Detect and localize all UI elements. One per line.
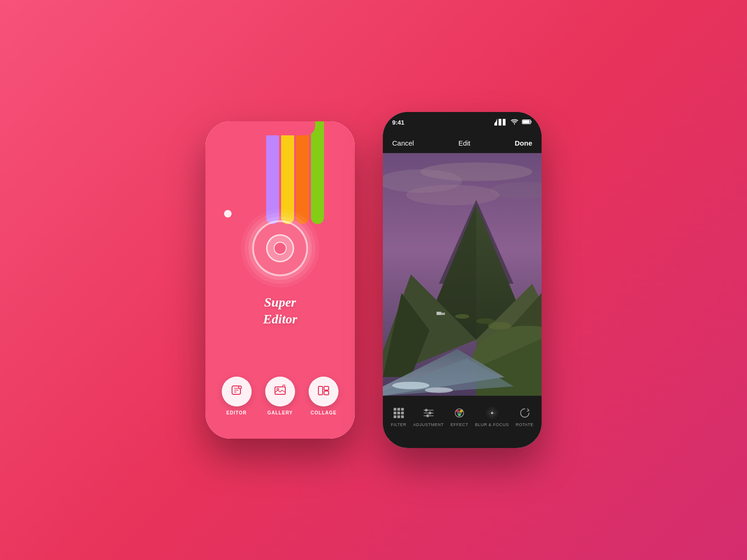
toolbar-blur-focus[interactable]: BLUR & FOCUS <box>475 406 509 427</box>
svg-point-52 <box>425 409 428 412</box>
svg-rect-38 <box>441 313 445 315</box>
svg-point-35 <box>392 382 430 389</box>
toolbar-filter[interactable]: FILTER <box>391 406 406 427</box>
svg-point-59 <box>456 410 459 413</box>
svg-point-20 <box>420 162 532 181</box>
filter-icon <box>392 406 405 420</box>
svg-point-36 <box>425 387 453 393</box>
svg-rect-13 <box>324 386 329 390</box>
svg-point-41 <box>488 322 511 329</box>
collage-circle[interactable] <box>309 377 338 406</box>
app-name: Super Editor <box>263 294 297 328</box>
svg-rect-49 <box>397 415 400 418</box>
svg-rect-50 <box>401 415 404 418</box>
notch-editor <box>427 112 497 126</box>
svg-rect-45 <box>394 412 396 414</box>
notch-home <box>245 121 315 135</box>
toolbar-rotate[interactable]: ROTATE <box>516 406 534 427</box>
adjustment-icon <box>422 406 435 420</box>
svg-rect-17 <box>523 120 530 124</box>
logo-area <box>252 210 308 276</box>
svg-rect-47 <box>401 412 404 414</box>
small-dot <box>224 210 232 217</box>
app-name-line1: Super <box>264 295 296 309</box>
status-time: 9:41 <box>392 119 404 126</box>
svg-rect-7 <box>275 387 285 394</box>
stripe-green <box>311 121 324 224</box>
lens-inner <box>266 234 294 262</box>
gallery-circle[interactable] <box>265 377 295 406</box>
svg-point-62 <box>491 412 493 414</box>
gallery-icon <box>274 384 287 399</box>
phone-home: Super Editor <box>205 121 355 439</box>
menu-item-editor[interactable]: EDITOR <box>222 377 252 415</box>
editor-topbar: Cancel Edit Done <box>383 133 542 153</box>
app-name-line2: Editor <box>263 312 297 326</box>
done-button[interactable]: Done <box>515 139 533 147</box>
filter-label: FILTER <box>391 422 406 427</box>
svg-point-39 <box>455 314 469 319</box>
menu-item-collage[interactable]: COLLAGE <box>309 377 338 415</box>
svg-point-61 <box>458 413 461 416</box>
svg-point-54 <box>429 412 431 414</box>
svg-rect-37 <box>437 312 441 315</box>
rotate-icon <box>518 406 531 420</box>
cancel-button[interactable]: Cancel <box>392 139 414 147</box>
menu-item-gallery[interactable]: GALLERY <box>265 377 295 415</box>
blur-focus-icon <box>486 406 499 420</box>
wifi-icon <box>511 119 518 126</box>
svg-rect-43 <box>397 408 400 411</box>
svg-point-15 <box>514 123 515 124</box>
editor-label: EDITOR <box>226 410 247 415</box>
home-menu: EDITOR GALLERY <box>205 377 355 415</box>
svg-rect-44 <box>401 408 404 411</box>
adjustment-label: ADJUSTMENT <box>413 422 444 427</box>
lens-outer <box>252 220 308 276</box>
effect-icon <box>453 406 466 420</box>
collage-icon <box>317 384 330 399</box>
editor-toolbar: FILTER ADJUSTMENT <box>383 396 542 438</box>
svg-rect-48 <box>394 415 396 418</box>
photo-area <box>383 153 542 396</box>
phone-editor: 9:41 ▋▋▋ Ca <box>383 112 542 448</box>
effect-label: EFFECT <box>451 422 468 427</box>
blur-focus-label: BLUR & FOCUS <box>475 422 509 427</box>
svg-point-22 <box>406 185 500 205</box>
status-icons: ▋▋▋ <box>494 119 532 126</box>
svg-point-56 <box>426 414 429 417</box>
toolbar-adjustment[interactable]: ADJUSTMENT <box>413 406 444 427</box>
collage-label: COLLAGE <box>310 410 337 415</box>
stripe-yellow <box>281 121 294 224</box>
editor-icon <box>230 384 243 399</box>
lens-core <box>274 242 287 255</box>
stripe-orange <box>296 121 309 224</box>
toolbar-effect[interactable]: EFFECT <box>451 406 468 427</box>
rotate-label: ROTATE <box>516 422 534 427</box>
svg-rect-12 <box>318 386 323 395</box>
battery-icon <box>522 119 532 126</box>
editor-circle[interactable] <box>222 377 252 406</box>
gallery-label: GALLERY <box>268 410 293 415</box>
svg-rect-42 <box>394 408 396 411</box>
svg-point-60 <box>460 410 463 413</box>
svg-rect-14 <box>324 391 329 395</box>
svg-rect-46 <box>397 412 400 414</box>
edit-title: Edit <box>458 139 471 147</box>
stripe-purple <box>266 121 279 224</box>
